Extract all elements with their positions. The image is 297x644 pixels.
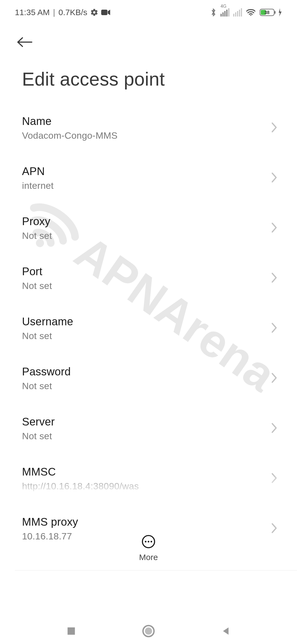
svg-point-14: [145, 627, 152, 635]
row-server[interactable]: Server Not set: [11, 403, 286, 454]
row-port[interactable]: Port Not set: [11, 253, 286, 303]
row-proxy[interactable]: Proxy Not set: [11, 203, 286, 253]
row-value: Not set: [22, 230, 271, 241]
row-label: MMS proxy: [22, 516, 271, 528]
row-value: Vodacom-Congo-MMS: [22, 130, 271, 141]
row-mmsc[interactable]: MMSC http://10.16.18.4:38090/was: [11, 454, 286, 504]
chevron-right-icon: [271, 322, 278, 335]
chevron-right-icon: [271, 222, 278, 234]
row-apn[interactable]: APN internet: [11, 153, 286, 203]
chevron-right-icon: [271, 272, 278, 285]
gear-icon: [90, 8, 98, 17]
back-button[interactable]: [15, 32, 34, 52]
chevron-right-icon: [271, 172, 278, 184]
row-value: Not set: [22, 431, 271, 441]
row-label: MMSC: [22, 466, 271, 478]
wifi-status-icon: [246, 9, 256, 16]
row-label: APN: [22, 165, 271, 178]
status-separator: |: [53, 8, 55, 17]
chevron-right-icon: [271, 122, 278, 134]
chevron-right-icon: [271, 422, 278, 435]
row-value: Not set: [22, 280, 271, 291]
chevron-right-icon: [271, 372, 278, 385]
square-icon: [66, 626, 77, 637]
row-password[interactable]: Password Not set: [11, 353, 286, 403]
row-value: http://10.16.18.4:38090/was: [22, 481, 271, 492]
status-net-speed: 0.7KB/s: [59, 8, 87, 17]
signal-nosim-icon: [233, 8, 242, 17]
chevron-right-icon: [271, 472, 278, 485]
row-value: Not set: [22, 331, 271, 341]
row-label: Name: [22, 115, 271, 127]
signal-4g-icon: 4G: [221, 8, 229, 17]
svg-point-2: [250, 15, 251, 16]
row-label: Port: [22, 265, 271, 278]
triangle-left-icon: [220, 626, 231, 637]
status-time: 11:35 AM: [15, 8, 50, 17]
more-icon: [141, 534, 156, 549]
video-icon: [101, 9, 111, 16]
nav-recent-button[interactable]: [66, 626, 77, 637]
svg-rect-1: [101, 10, 108, 15]
settings-list: Name Vodacom-Congo-MMS APN internet Prox…: [0, 103, 297, 554]
svg-point-10: [148, 541, 149, 542]
row-name[interactable]: Name Vodacom-Congo-MMS: [11, 103, 286, 153]
svg-text:38: 38: [265, 10, 270, 15]
svg-rect-12: [67, 627, 75, 635]
row-label: Proxy: [22, 215, 271, 228]
navigation-bar: [0, 612, 297, 644]
row-label: Server: [22, 416, 271, 428]
bluetooth-icon: [210, 8, 217, 17]
circle-icon: [142, 624, 155, 638]
status-bar: 11:35 AM | 0.7KB/s 4G: [0, 0, 297, 25]
row-value: internet: [22, 180, 271, 191]
page-title: Edit access point: [0, 52, 297, 103]
svg-point-11: [150, 541, 152, 542]
arrow-left-icon: [16, 37, 32, 48]
nav-back-button[interactable]: [220, 626, 231, 637]
row-value: Not set: [22, 381, 271, 391]
svg-point-9: [145, 541, 147, 542]
row-username[interactable]: Username Not set: [11, 303, 286, 353]
more-button[interactable]: More: [139, 534, 158, 562]
svg-rect-4: [274, 11, 276, 14]
row-label: Password: [22, 365, 271, 378]
nav-home-button[interactable]: [142, 624, 155, 638]
bottom-divider: [15, 570, 297, 571]
more-label: More: [139, 553, 158, 562]
chevron-right-icon: [271, 522, 278, 535]
row-label: Username: [22, 315, 271, 328]
battery-icon: 38: [260, 8, 282, 17]
